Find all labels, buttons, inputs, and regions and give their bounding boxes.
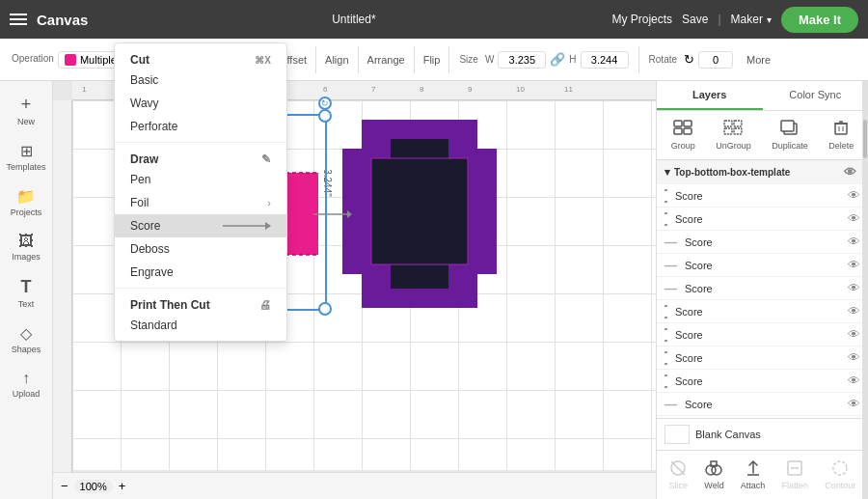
group-button[interactable]: Group [665, 117, 701, 153]
save-button[interactable]: Save [682, 13, 708, 26]
purple-box-shape[interactable] [342, 120, 497, 308]
scroll-indicator[interactable] [862, 81, 868, 499]
upload-icon: ↑ [22, 370, 30, 387]
tab-color-sync[interactable]: Color Sync [763, 81, 869, 110]
blank-canvas-row[interactable]: Blank Canvas [657, 419, 868, 450]
foil-arrow-icon: › [267, 197, 271, 208]
template-eye-icon[interactable]: 👁 [844, 165, 856, 180]
align-button[interactable]: Align [322, 51, 351, 69]
zoom-bar: − 100% + [53, 472, 656, 499]
layer-item[interactable]: Score 👁 [657, 347, 868, 370]
menu-item-basic[interactable]: Basic [115, 69, 286, 92]
layer-eye-icon[interactable]: 👁 [848, 235, 860, 249]
contour-button[interactable]: Contour [819, 457, 861, 493]
menu-item-wavy[interactable]: Wavy [115, 92, 286, 115]
layer-item[interactable]: Score 👁 [657, 184, 868, 208]
layer-item[interactable]: — Score 👁 [657, 254, 868, 277]
layer-item[interactable]: Score 👁 [657, 370, 868, 393]
menu-item-foil[interactable]: Foil › [115, 191, 286, 214]
blank-canvas-thumbnail [665, 425, 690, 444]
zoom-out-icon[interactable]: − [61, 479, 68, 493]
make-it-button[interactable]: Make It [781, 7, 858, 33]
cut-section-header: Cut ⌘X [115, 47, 286, 69]
svg-rect-17 [674, 121, 682, 126]
print-then-cut-section-header: Print Then Cut 🖨 [115, 292, 286, 314]
menu-item-score[interactable]: Score [115, 214, 286, 237]
bottom-panel-toolbar: Slice Weld Attach [657, 450, 868, 499]
menu-item-engrave[interactable]: Engrave [115, 261, 286, 284]
rotate-input[interactable] [698, 51, 733, 69]
sidebar-projects-label: Projects [11, 208, 42, 217]
layer-item[interactable]: — Score 👁 [657, 231, 868, 254]
layer-eye-icon[interactable]: 👁 [848, 397, 860, 411]
svg-rect-26 [781, 121, 794, 131]
layer-item[interactable]: Score 👁 [657, 300, 868, 323]
menu-item-deboss[interactable]: Deboss [115, 237, 286, 261]
sidebar-item-shapes[interactable]: ◇ Shapes [2, 319, 50, 360]
shapes-icon: ◇ [20, 324, 32, 343]
svg-marker-14 [347, 210, 352, 218]
sidebar-item-upload[interactable]: ↑ Upload [2, 364, 50, 404]
print-then-cut-label: Print Then Cut [130, 298, 210, 312]
ungroup-button[interactable]: UnGroup [710, 117, 757, 153]
tab-layers[interactable]: Layers [657, 81, 763, 110]
layer-eye-icon[interactable]: 👁 [848, 258, 860, 272]
layer-eye-icon[interactable]: 👁 [848, 304, 860, 319]
layer-item[interactable]: — Score 👁 [657, 393, 868, 416]
sidebar-item-templates[interactable]: ⊞ Templates [2, 136, 50, 178]
layer-eye-icon[interactable]: 👁 [848, 188, 860, 203]
panel-bottom: Blank Canvas [657, 418, 868, 450]
menu-item-pen[interactable]: Pen [115, 168, 286, 191]
layer-eye-icon[interactable]: 👁 [848, 211, 860, 226]
duplicate-icon [780, 120, 800, 139]
attach-button[interactable]: Attach [735, 457, 772, 493]
layer-item[interactable]: — Score 👁 [657, 277, 868, 300]
flatten-button[interactable]: Flatten [776, 457, 815, 493]
images-icon: 🖼 [18, 233, 34, 250]
svg-rect-24 [734, 128, 742, 134]
arrange-button[interactable]: Arrange [365, 51, 408, 69]
toolbar-divider-7 [448, 46, 449, 73]
layer-eye-icon[interactable]: 👁 [848, 350, 860, 365]
layer-eye-icon[interactable]: 👁 [848, 374, 860, 388]
maker-button[interactable]: Maker ▾ [731, 13, 772, 26]
layer-eye-icon[interactable]: 👁 [848, 281, 860, 295]
operation-value: Multiple [80, 54, 117, 66]
svg-rect-22 [734, 121, 742, 126]
flip-button[interactable]: Flip [420, 51, 444, 69]
handle-bottom-right[interactable] [318, 302, 332, 316]
sidebar-item-new[interactable]: + New [2, 89, 50, 132]
handle-top-right[interactable] [318, 109, 332, 123]
delete-button[interactable]: Delete [823, 117, 859, 153]
svg-rect-27 [835, 124, 847, 134]
sidebar-item-images[interactable]: 🖼 Images [2, 227, 50, 267]
menu-item-perforate[interactable]: Perforate [115, 115, 286, 138]
duplicate-button[interactable]: Duplicate [766, 117, 814, 153]
weld-button[interactable]: Weld [698, 457, 729, 493]
zoom-in-icon[interactable]: + [119, 479, 126, 493]
draw-pencil-icon: ✎ [261, 152, 271, 166]
height-label: H [569, 54, 576, 65]
sidebar-upload-label: Upload [13, 389, 41, 399]
layer-item[interactable]: Score 👁 [657, 208, 868, 231]
layer-item[interactable]: Score 👁 [657, 323, 868, 347]
my-projects-button[interactable]: My Projects [611, 13, 672, 26]
score-indicator [665, 374, 667, 388]
rotate-section: Rotate ↻ [645, 51, 737, 69]
ungroup-icon [723, 120, 743, 139]
draw-label: Draw [130, 152, 158, 166]
hamburger-menu[interactable] [10, 14, 27, 25]
width-input[interactable] [498, 51, 546, 69]
dash-indicator: — [665, 235, 677, 249]
layers-group-header[interactable]: ▾ Top-bottom-box-template 👁 [657, 160, 868, 184]
height-dimension-label: 3.244" [322, 169, 333, 197]
more-button[interactable]: More [746, 54, 771, 66]
layer-eye-icon[interactable]: 👁 [848, 327, 860, 342]
sidebar-item-text[interactable]: T Text [2, 271, 50, 315]
menu-item-standard[interactable]: Standard [115, 314, 286, 337]
score-indicator [665, 212, 667, 226]
slice-button[interactable]: Slice [664, 457, 694, 493]
height-input[interactable] [581, 51, 629, 69]
sidebar-item-projects[interactable]: 📁 Projects [2, 181, 50, 223]
zoom-level[interactable]: 100% [74, 480, 113, 493]
